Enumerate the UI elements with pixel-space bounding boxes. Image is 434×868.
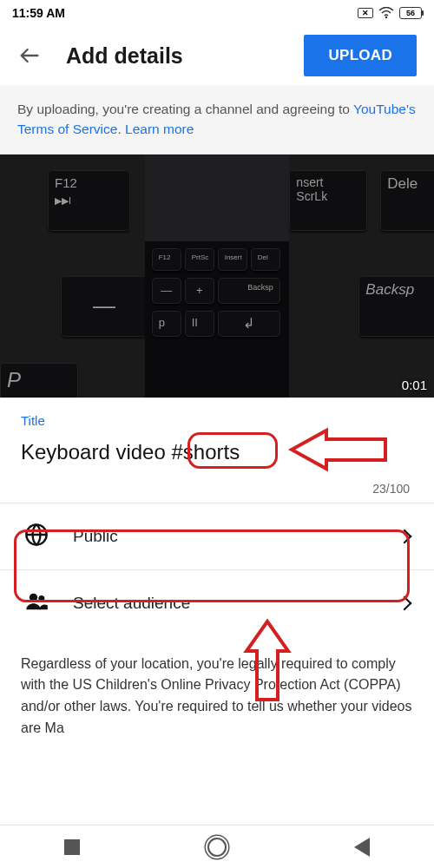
agreement-notice: By uploading, you're creating a channel … [0,85,434,155]
status-clock: 11:59 AM [12,6,65,20]
header-bar: Add details UPLOAD [0,26,434,85]
title-label: Title [21,413,413,428]
audience-row[interactable]: Select audience [0,569,434,636]
status-bar: 11:59 AM ✕ 56 [0,0,434,26]
people-icon [24,589,57,617]
battery-icon: 56 [399,7,422,19]
svg-point-0 [385,16,388,19]
visibility-label: Public [57,527,399,546]
svg-point-2 [30,593,37,601]
navigation-bar [0,825,434,868]
sim-icon: ✕ [358,8,373,18]
page-title: Add details [66,43,279,69]
back-button[interactable] [17,43,42,68]
nav-back-icon[interactable] [354,838,370,857]
globe-icon [24,523,57,550]
video-preview[interactable]: F12▶▶I — P F12 PrtSc Insert Del — + Back… [0,155,434,398]
visibility-row[interactable]: Public [0,503,434,569]
upload-button[interactable]: UPLOAD [304,35,417,76]
wifi-icon [378,7,394,19]
title-input[interactable] [21,440,413,464]
nav-recent-icon[interactable] [64,839,80,855]
title-char-count: 23/100 [21,482,413,496]
title-section: Title 23/100 [0,398,434,503]
nav-home-icon[interactable] [207,838,227,857]
video-duration: 0:01 [402,378,427,392]
status-indicators: ✕ 56 [358,7,422,19]
chevron-right-icon [398,595,412,610]
audience-label: Select audience [57,594,399,613]
svg-point-3 [38,595,44,602]
chevron-right-icon [398,529,412,543]
learn-more-link[interactable]: Learn more [125,122,194,136]
coppa-disclaimer: Regardless of your location, you're lega… [0,636,434,757]
